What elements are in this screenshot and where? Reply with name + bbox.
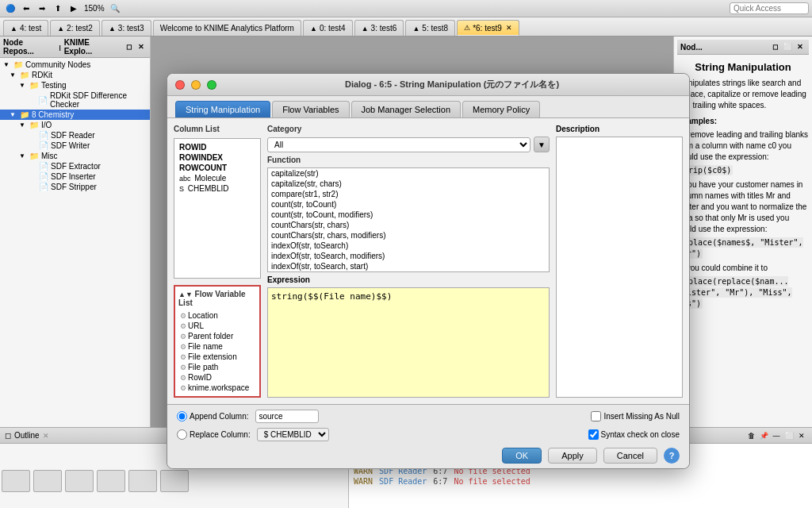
column-item-molecule[interactable]: abc Molecule	[178, 173, 257, 183]
replace-column-radio[interactable]: Replace Column:	[177, 429, 251, 440]
flow-var-url[interactable]: ⚙ URL	[178, 321, 256, 331]
tab-4test[interactable]: ▲ 4: test	[3, 20, 48, 36]
dialog-close-btn[interactable]	[175, 80, 185, 90]
zoom-icon[interactable]: 🔍	[108, 2, 122, 16]
tab-icon-1: ▲	[10, 25, 17, 33]
tab-3test3[interactable]: ▲ 3: test3	[102, 20, 151, 36]
tab-string-manipulation[interactable]: String Manipulation	[175, 101, 270, 117]
sidebar-item-io[interactable]: ▼ 📁 I/O	[0, 120, 150, 130]
syntax-check-input[interactable]	[588, 429, 599, 440]
toolbar-btn-2[interactable]: ➡	[35, 2, 49, 16]
sidebar-item-rdkit-sdf[interactable]: 📄 RDKit SDF Difference Checker	[0, 90, 150, 110]
apply-button[interactable]: Apply	[548, 448, 597, 464]
insert-missing-input[interactable]	[591, 411, 601, 421]
outline-icon: ◻	[5, 431, 11, 440]
footer-row2: Replace Column: $ CHEMBLID Syntax check …	[177, 428, 680, 441]
cancel-button[interactable]: Cancel	[603, 448, 657, 464]
sidebar-item-misc[interactable]: ▼ 📁 Misc	[0, 151, 150, 161]
func-countchars-modifiers[interactable]: countChars(str, chars, modifiers)	[268, 230, 549, 241]
tab-0test4[interactable]: ▲ 0: test4	[303, 20, 353, 36]
ok-button[interactable]: OK	[502, 448, 542, 464]
right-panel-title: String Manipulation	[677, 61, 809, 73]
func-capitalize-str-chars[interactable]: capitalize(str, chars)	[268, 179, 549, 189]
console-close-icon[interactable]: ✕	[796, 430, 807, 441]
func-count-tocount[interactable]: count(str, toCount)	[268, 199, 549, 210]
toolbar-btn-1[interactable]: ⬅	[19, 2, 33, 16]
flow-var-file-path[interactable]: ⚙ File path	[178, 362, 256, 372]
sidebar-close-icon[interactable]: ✕	[136, 41, 147, 52]
tab-welcome[interactable]: Welcome to KNIME Analytics Platform	[153, 20, 301, 36]
func-countchars[interactable]: countChars(str, chars)	[268, 220, 549, 230]
help-button[interactable]: ?	[664, 448, 680, 464]
expression-input[interactable]: string($$(File name)$$)	[267, 287, 550, 398]
flow-var-rowid[interactable]: ⚙ RowID	[178, 372, 256, 383]
sidebar-minimize-icon[interactable]: ◻	[123, 41, 134, 52]
append-column-radio[interactable]: Append Column:	[177, 411, 249, 421]
dialog-maximize-btn[interactable]	[207, 80, 216, 90]
quick-access-input[interactable]	[730, 2, 809, 14]
sidebar-item-testing[interactable]: ▼ 📁 Testing	[0, 80, 150, 90]
sidebar-item-sdf-stripper[interactable]: 📄 SDF Stripper	[0, 182, 150, 192]
sidebar-item-chemistry[interactable]: ▼ 📁 8 Chemistry	[0, 110, 150, 120]
tab-string-manipulation-label: String Manipulation	[186, 105, 260, 114]
sidebar-item-sdf-inserter[interactable]: 📄 SDF Inserter	[0, 171, 150, 182]
sidebar-item-label: Misc	[41, 152, 58, 160]
replace-column-radio-input[interactable]	[177, 429, 187, 440]
tab-flow-variables[interactable]: Flow Variables	[272, 101, 349, 117]
dialog-minimize-btn[interactable]	[191, 80, 201, 90]
sidebar-item-rdkit[interactable]: ▼ 📁 RDKit	[0, 70, 150, 80]
tab-6test9[interactable]: ⚠ *6: test9 ✕	[457, 20, 519, 36]
tab-memory-policy[interactable]: Memory Policy	[462, 101, 540, 117]
flow-var-file-extension[interactable]: ⚙ File extension	[178, 352, 256, 362]
tab-3test6[interactable]: ▲ 3: test6	[354, 20, 404, 36]
right-panel-minimize-icon[interactable]: ◻	[769, 41, 780, 52]
column-item-rowcount[interactable]: ROWCOUNT	[178, 163, 257, 173]
right-panel-content: Manipulates strings like search and repl…	[677, 78, 809, 310]
right-panel-close-icon[interactable]: ✕	[795, 41, 806, 52]
func-capitalize-str[interactable]: capitalize(str)	[268, 168, 549, 179]
right-panel-maximize-icon[interactable]: ⬜	[782, 41, 793, 52]
func-indexof[interactable]: indexOf(str, toSearch)	[268, 241, 549, 251]
tab-5test8[interactable]: ▲ 5: test8	[405, 20, 455, 36]
toolbar-btn-4[interactable]: ▶	[67, 2, 81, 16]
column-item-rowindex[interactable]: ROWINDEX	[178, 152, 257, 163]
category-dropdown-icon[interactable]: ▼	[534, 137, 550, 152]
syntax-check-checkbox[interactable]: Syntax check on close	[588, 429, 680, 440]
category-select[interactable]: All	[267, 137, 530, 152]
sidebar-item-sdf-reader[interactable]: 📄 SDF Reader	[0, 130, 150, 140]
tab-close-8[interactable]: ✕	[506, 24, 512, 32]
flow-var-parent-folder[interactable]: ⚙ Parent folder	[178, 331, 256, 341]
toolbar-btn-3[interactable]: ⬆	[51, 2, 65, 16]
flow-var-location[interactable]: ⚙ Location	[178, 310, 256, 321]
insert-missing-checkbox[interactable]: Insert Missing As Null	[591, 411, 680, 421]
right-panel-description: Manipulates strings like search and repl…	[677, 79, 806, 110]
console-minimize-icon[interactable]: —	[771, 430, 782, 441]
func-indexof-start[interactable]: indexOf(str, toSearch, start)	[268, 261, 549, 271]
tab-job-manager[interactable]: Job Manager Selection	[351, 101, 462, 117]
append-column-radio-input[interactable]	[177, 411, 187, 421]
replace-column-select[interactable]: $ CHEMBLID	[257, 428, 329, 441]
column-item-chemblid[interactable]: S CHEMBLID	[178, 183, 257, 194]
tab-icon-5: ▲	[310, 25, 317, 33]
chevron-down-icon: ▼	[10, 111, 17, 118]
func-indexof-modifiers[interactable]: indexOf(str, toSearch, modifiers)	[268, 251, 549, 261]
example1-text: To remove leading and trailing blanks fr…	[677, 129, 809, 163]
column-item-rowid[interactable]: ROWID	[178, 142, 257, 152]
flow-var-file-name[interactable]: ⚙ File name	[178, 341, 256, 352]
console-clear-icon[interactable]: 🗑	[745, 430, 756, 441]
tab-2test2[interactable]: ▲ 2: test2	[50, 20, 100, 36]
sidebar-item-sdf-extractor[interactable]: 📄 SDF Extractor	[0, 161, 150, 171]
footer-row1: Append Column: Insert Missing As Null	[177, 410, 680, 423]
sidebar-item-community-nodes[interactable]: ▼ 📁 Community Nodes	[0, 60, 150, 70]
category-row: All ▼	[267, 137, 550, 152]
console-pin-icon[interactable]: 📌	[758, 430, 769, 441]
tab-icon-7: ▲	[412, 25, 419, 33]
footer-buttons: OK Apply Cancel ?	[177, 448, 680, 464]
flow-var-knime-workspace[interactable]: ⚙ knime.workspace	[178, 383, 256, 393]
append-column-input[interactable]	[255, 410, 319, 423]
func-compare[interactable]: compare(str1, str2)	[268, 189, 549, 199]
example2-text: If you have your customer names in colum…	[677, 179, 809, 235]
func-count-modifiers[interactable]: count(str, toCount, modifiers)	[268, 210, 549, 220]
console-maximize-icon[interactable]: ⬜	[783, 430, 795, 441]
sidebar-item-sdf-writer[interactable]: 📄 SDF Writer	[0, 140, 150, 151]
